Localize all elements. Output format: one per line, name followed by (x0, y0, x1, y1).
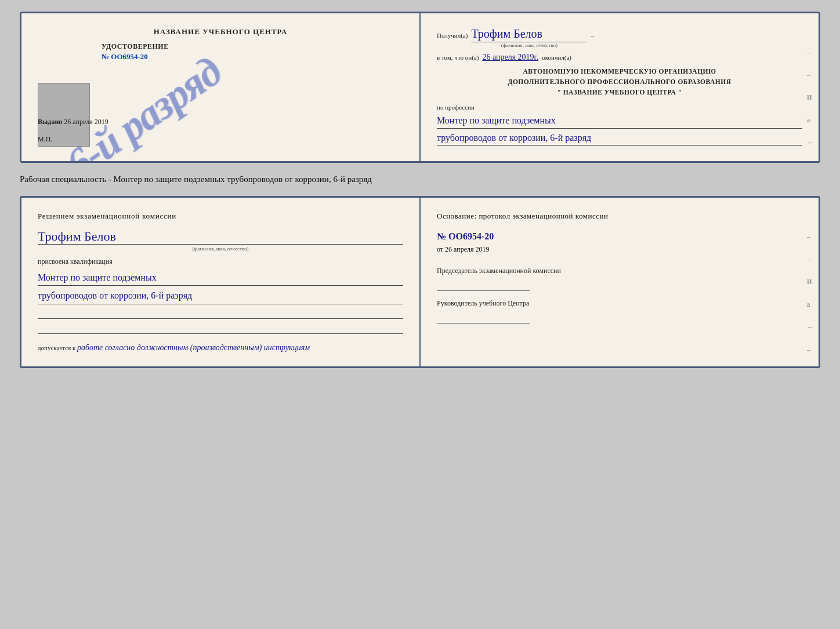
mp-label: М.П. (38, 135, 52, 144)
doc2-left-panel: Решением экзаменационной комиссии Трофим… (21, 198, 421, 366)
predsedatel-signature-line (437, 279, 530, 291)
doc1-right-panel: – – И а ← – – – Получил(а) Трофим Белов … (421, 13, 819, 161)
predsedatel-title: Председатель экзаменационной комиссии (437, 267, 561, 275)
fio-subtitle-doc1: (фамилия, имя, отчество) (471, 42, 587, 48)
vtom-line: в том, что он(а) 26 апреля 2019г. окончи… (437, 53, 802, 62)
qualification-line1: Монтер по защите подземных (38, 270, 403, 286)
doc2-right-panel: – – И а ← – – – Основание: протокол экза… (421, 198, 819, 366)
doc2-fio-subtitle: (фамилия, имя, отчество) (38, 246, 403, 252)
udostoverenie-block: УДОСТОВЕРЕНИЕ № OO6954-20 (102, 42, 403, 61)
blank-line-2 (38, 321, 403, 334)
org-line2: ДОПОЛНИТЕЛЬНОГО ПРОФЕССИОНАЛЬНОГО ОБРАЗО… (437, 78, 802, 85)
profession-line1: Монтер по защите подземных (437, 113, 802, 129)
right-side-decorations: – – И а ← – – – (807, 48, 814, 163)
dopuskaetsya-value: работе согласно должностным (производств… (77, 343, 310, 352)
predsedatel-block: Председатель экзаменационной комиссии (437, 266, 802, 291)
prisvoena-label: присвоена квалификация (38, 257, 403, 266)
komissia-title: Решением экзаменационной комиссии (38, 212, 403, 221)
ot-label: от (437, 245, 443, 253)
completion-date: 26 апреля 2019г. (482, 53, 538, 62)
dash1-doc1: – (591, 32, 594, 39)
protocol-date-block: от 26 апреля 2019 (437, 245, 802, 254)
org-line3: " НАЗВАНИЕ УЧЕБНОГО ЦЕНТРА " (437, 89, 802, 96)
okonchil-label: окончил(а) (542, 54, 571, 61)
org-block: АВТОНОМНУЮ НЕКОММЕРЧЕСКУЮ ОРГАНИЗАЦИЮ ДО… (437, 68, 802, 96)
certificate-document-1: НАЗВАНИЕ УЧЕБНОГО ЦЕНТРА 6-й разряд УДОС… (20, 12, 820, 163)
recipient-name: Трофим Белов (471, 27, 587, 42)
protocol-number: № OO6954-20 (437, 231, 802, 242)
org-line1: АВТОНОМНУЮ НЕКОММЕРЧЕСКУЮ ОРГАНИЗАЦИЮ (437, 68, 802, 75)
rukovoditel-block: Руководитель учебного Центра (437, 298, 802, 323)
blank-line-1 (38, 306, 403, 319)
ot-date: 26 апреля 2019 (445, 245, 489, 253)
poluchil-line: Получил(а) Трофим Белов (фамилия, имя, о… (437, 27, 802, 48)
po-professii-label: по профессии (437, 104, 802, 111)
vydano-date: 26 апреля 2019 (64, 118, 108, 126)
dopuskaetsya-block: допускается к работе согласно должностны… (38, 343, 403, 352)
dopuskaetsya-label: допускается к (38, 344, 75, 351)
doc1-left-panel: НАЗВАНИЕ УЧЕБНОГО ЦЕНТРА 6-й разряд УДОС… (21, 13, 421, 161)
profession-line2: трубопроводов от коррозии, 6-й разряд (437, 130, 802, 146)
udostoverenie-number: № OO6954-20 (102, 52, 403, 61)
vydano-label: Выдано (38, 118, 62, 126)
doc2-right-side-decorations: – – И а ← – – – (807, 232, 814, 368)
vydano-block: Выдано 26 апреля 2019 (38, 118, 108, 126)
certificate-document-2: Решением экзаменационной комиссии Трофим… (20, 196, 820, 368)
poluchil-label: Получил(а) (437, 32, 468, 39)
doc1-left-header: НАЗВАНИЕ УЧЕБНОГО ЦЕНТРА (38, 27, 403, 37)
osnovanie-title: Основание: протокол экзаменационной коми… (437, 212, 802, 221)
specialty-text: Рабочая специальность - Монтер по защите… (20, 172, 820, 187)
qualification-line2: трубопроводов от коррозии, 6-й разряд (38, 288, 403, 304)
udostoverenie-title: УДОСТОВЕРЕНИЕ (102, 42, 403, 51)
doc2-fio-name: Трофим Белов (38, 229, 403, 245)
rukovoditel-title: Руководитель учебного Центра (437, 299, 529, 307)
rukovoditel-signature-line (437, 312, 530, 323)
vtom-label: в том, что он(а) (437, 54, 479, 61)
